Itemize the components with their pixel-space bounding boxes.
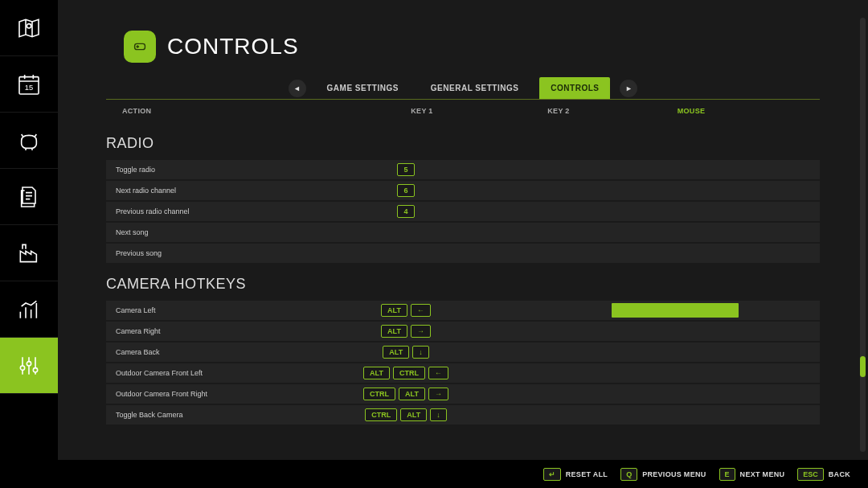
documents-icon	[16, 184, 42, 210]
col-header-action: ACTION	[122, 107, 354, 115]
tabs-next-arrow[interactable]: ►	[620, 80, 637, 97]
reset-key-hint: ↵	[543, 468, 561, 481]
key-badge: →	[428, 388, 448, 400]
binding-action: Outdoor Camera Front Left	[116, 369, 338, 377]
binding-row[interactable]: Toggle radio 5	[106, 160, 820, 179]
svg-text:15: 15	[25, 83, 33, 91]
svg-point-5	[33, 367, 37, 371]
bindings-list: Light front RADIO Toggle radio 5 Next ra…	[106, 122, 820, 448]
sidebar-item-schedule[interactable]: 15	[0, 56, 58, 113]
previous-menu-button[interactable]: PREVIOUS MENU	[642, 470, 706, 478]
binding-key1[interactable]: CTRLALT↓	[338, 408, 474, 421]
binding-row[interactable]: Camera Left ALT←	[106, 301, 820, 320]
key-badge: 6	[397, 184, 414, 197]
sliders-icon	[16, 353, 42, 379]
cow-icon	[16, 128, 42, 154]
sidebar-item-settings[interactable]	[0, 338, 58, 394]
sidebar-item-animals[interactable]	[0, 113, 58, 169]
page-header: CONTROLS	[106, 0, 820, 77]
next-menu-button[interactable]: NEXT MENU	[740, 470, 785, 478]
key-badge: CTRL	[365, 408, 397, 421]
binding-key1[interactable]: ALT→	[338, 325, 474, 338]
binding-action: Toggle Back Camera	[116, 411, 338, 419]
binding-key1[interactable]: 4	[338, 205, 474, 218]
section-title: CAMERA HOTKEYS	[106, 265, 820, 301]
key-badge: ALT	[383, 346, 409, 359]
binding-key1[interactable]: ALT←	[338, 304, 474, 317]
factory-icon	[16, 240, 42, 266]
key-badge: ALT	[381, 304, 407, 317]
binding-action: Camera Left	[116, 306, 338, 314]
reset-all-button[interactable]: RESET ALL	[566, 470, 608, 478]
binding-action: Previous radio channel	[116, 207, 338, 215]
svg-point-4	[27, 361, 31, 365]
key-badge: →	[411, 325, 431, 338]
tab-general-settings[interactable]: GENERAL SETTINGS	[420, 77, 530, 99]
key-badge: 5	[397, 163, 414, 176]
key-badge: ↓	[430, 408, 447, 421]
key-badge: 4	[397, 205, 414, 218]
col-header-key1: KEY 1	[354, 107, 490, 115]
map-icon	[16, 15, 42, 41]
section-title: RADIO	[106, 124, 820, 160]
binding-row[interactable]: Next radio channel 6	[106, 181, 820, 200]
mouse-binding-active[interactable]	[612, 303, 739, 318]
binding-mouse[interactable]	[611, 303, 739, 318]
sidebar-item-production[interactable]	[0, 225, 58, 281]
tabs-prev-arrow[interactable]: ◄	[289, 80, 306, 97]
binding-action: Camera Back	[116, 348, 338, 356]
key-badge: ALT	[381, 325, 407, 338]
binding-action: Outdoor Camera Front Right	[116, 390, 338, 398]
binding-key1[interactable]: ALTCTRL←	[338, 367, 474, 379]
sidebar-item-map[interactable]	[0, 0, 58, 56]
scrollbar-thumb[interactable]	[860, 356, 866, 377]
prev-key-hint: Q	[620, 468, 637, 481]
binding-row[interactable]: Next song	[106, 223, 820, 242]
binding-key1[interactable]: CTRLALT→	[338, 388, 474, 400]
col-header-key2: KEY 2	[490, 107, 627, 115]
binding-key1[interactable]: 6	[338, 184, 474, 197]
main-panel: CONTROLS ◄ GAME SETTINGS GENERAL SETTING…	[58, 0, 868, 460]
key-badge: ALT	[400, 408, 427, 421]
page-title: CONTROLS	[167, 34, 299, 59]
binding-key1[interactable]: 5	[338, 163, 474, 176]
binding-row[interactable]: Previous radio channel 4	[106, 202, 820, 221]
tab-game-settings[interactable]: GAME SETTINGS	[316, 77, 410, 99]
key-badge: CTRL	[393, 367, 425, 379]
next-key-hint: E	[719, 468, 735, 481]
binding-action: Next song	[116, 228, 338, 236]
binding-row[interactable]: Previous song	[106, 244, 820, 263]
col-header-mouse: MOUSE	[627, 107, 755, 115]
stats-icon	[16, 297, 42, 322]
key-badge: ALT	[399, 388, 425, 400]
binding-action: Next radio channel	[116, 187, 338, 195]
key-badge: ALT	[363, 367, 390, 379]
binding-row[interactable]: Toggle Back Camera CTRLALT↓	[106, 405, 820, 424]
binding-action: Toggle radio	[116, 166, 338, 174]
key-badge: ←	[428, 367, 448, 379]
svg-point-0	[27, 23, 31, 27]
scrollbar-track[interactable]	[860, 18, 866, 452]
sidebar-item-contracts[interactable]	[0, 169, 58, 225]
key-badge: CTRL	[363, 388, 395, 400]
back-key-hint: ESC	[797, 468, 824, 481]
key-badge: ↓	[412, 346, 429, 359]
binding-row[interactable]: Outdoor Camera Front Left ALTCTRL←	[106, 363, 820, 383]
back-button[interactable]: BACK	[829, 470, 850, 478]
sidebar-item-stats[interactable]	[0, 281, 58, 338]
tabs-row: ◄ GAME SETTINGS GENERAL SETTINGS CONTROL…	[106, 77, 820, 100]
binding-row[interactable]: Outdoor Camera Front Right CTRLALT→	[106, 384, 820, 404]
calendar-icon: 15	[16, 72, 42, 97]
svg-point-3	[20, 366, 24, 370]
key-badge: ←	[411, 304, 431, 317]
binding-action: Camera Right	[116, 327, 338, 335]
binding-row[interactable]: Camera Back ALT↓	[106, 342, 820, 362]
binding-key1[interactable]: ALT↓	[338, 346, 474, 359]
binding-row[interactable]: Camera Right ALT→	[106, 322, 820, 341]
footer-actions: ↵ RESET ALL Q PREVIOUS MENU E NEXT MENU …	[0, 460, 868, 488]
binding-action: Previous song	[116, 249, 338, 257]
controller-icon	[124, 31, 156, 63]
sidebar: 15	[0, 0, 58, 460]
column-headers: ACTION KEY 1 KEY 2 MOUSE	[106, 100, 820, 122]
tab-controls[interactable]: CONTROLS	[539, 77, 610, 99]
